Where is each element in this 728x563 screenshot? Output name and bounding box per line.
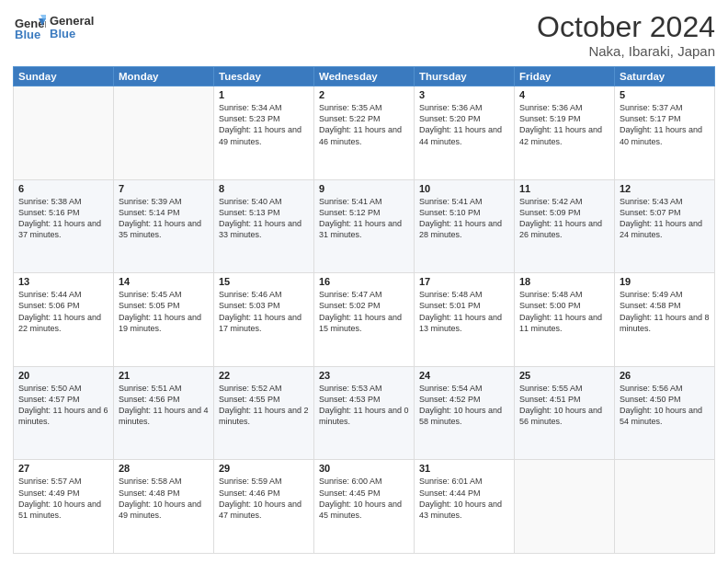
- logo: General Blue General Blue: [13, 11, 94, 44]
- cell-text: Sunrise: 5:54 AM Sunset: 4:52 PM Dayligh…: [419, 383, 509, 428]
- calendar-cell: 4Sunrise: 5:36 AM Sunset: 5:19 PM Daylig…: [515, 86, 615, 180]
- cell-text: Sunrise: 5:49 AM Sunset: 4:58 PM Dayligh…: [620, 289, 710, 334]
- calendar-cell: 10Sunrise: 5:41 AM Sunset: 5:10 PM Dayli…: [415, 179, 515, 273]
- day-number: 14: [119, 276, 209, 287]
- title-block: October 2024 Naka, Ibaraki, Japan: [537, 11, 715, 59]
- day-number: 27: [18, 463, 108, 474]
- day-number: 4: [519, 89, 609, 100]
- cell-text: Sunrise: 5:38 AM Sunset: 5:16 PM Dayligh…: [18, 196, 108, 241]
- calendar-cell: 12Sunrise: 5:43 AM Sunset: 5:07 PM Dayli…: [615, 179, 715, 273]
- day-number: 9: [319, 183, 409, 194]
- calendar-cell: 9Sunrise: 5:41 AM Sunset: 5:12 PM Daylig…: [314, 179, 415, 273]
- day-number: 25: [519, 370, 609, 381]
- day-number: 22: [219, 370, 309, 381]
- cell-text: Sunrise: 5:45 AM Sunset: 5:05 PM Dayligh…: [119, 289, 209, 334]
- cell-text: Sunrise: 5:48 AM Sunset: 5:01 PM Dayligh…: [419, 289, 509, 334]
- calendar-body: 1Sunrise: 5:34 AM Sunset: 5:23 PM Daylig…: [14, 86, 715, 554]
- calendar-cell: 20Sunrise: 5:50 AM Sunset: 4:57 PM Dayli…: [14, 366, 114, 460]
- cell-text: Sunrise: 5:57 AM Sunset: 4:49 PM Dayligh…: [18, 476, 108, 521]
- calendar-cell: 21Sunrise: 5:51 AM Sunset: 4:56 PM Dayli…: [114, 366, 214, 460]
- cell-text: Sunrise: 5:36 AM Sunset: 5:20 PM Dayligh…: [419, 102, 509, 147]
- day-number: 20: [18, 370, 108, 381]
- cell-text: Sunrise: 5:44 AM Sunset: 5:06 PM Dayligh…: [18, 289, 108, 334]
- calendar-cell: 5Sunrise: 5:37 AM Sunset: 5:17 PM Daylig…: [615, 86, 715, 180]
- calendar-cell: 22Sunrise: 5:52 AM Sunset: 4:55 PM Dayli…: [214, 366, 314, 460]
- calendar-cell: 1Sunrise: 5:34 AM Sunset: 5:23 PM Daylig…: [214, 86, 314, 180]
- calendar-row: 27Sunrise: 5:57 AM Sunset: 4:49 PM Dayli…: [14, 460, 715, 554]
- day-number: 3: [419, 89, 509, 100]
- cell-text: Sunrise: 6:00 AM Sunset: 4:45 PM Dayligh…: [319, 476, 409, 521]
- day-number: 13: [18, 276, 108, 287]
- cell-text: Sunrise: 5:41 AM Sunset: 5:10 PM Dayligh…: [419, 196, 509, 241]
- calendar-row: 1Sunrise: 5:34 AM Sunset: 5:23 PM Daylig…: [14, 86, 715, 180]
- cell-text: Sunrise: 5:36 AM Sunset: 5:19 PM Dayligh…: [519, 102, 609, 147]
- calendar-row: 6Sunrise: 5:38 AM Sunset: 5:16 PM Daylig…: [14, 179, 715, 273]
- day-number: 30: [319, 463, 409, 474]
- calendar-cell: 23Sunrise: 5:53 AM Sunset: 4:53 PM Dayli…: [314, 366, 415, 460]
- day-number: 10: [419, 183, 509, 194]
- cell-text: Sunrise: 5:53 AM Sunset: 4:53 PM Dayligh…: [319, 383, 409, 428]
- calendar-cell: 11Sunrise: 5:42 AM Sunset: 5:09 PM Dayli…: [515, 179, 615, 273]
- day-number: 1: [219, 89, 309, 100]
- day-number: 29: [219, 463, 309, 474]
- calendar-cell: 8Sunrise: 5:40 AM Sunset: 5:13 PM Daylig…: [214, 179, 314, 273]
- calendar-cell: 31Sunrise: 6:01 AM Sunset: 4:44 PM Dayli…: [415, 460, 515, 554]
- calendar-container: General Blue General Blue October 2024 N…: [0, 0, 728, 563]
- calendar-row: 13Sunrise: 5:44 AM Sunset: 5:06 PM Dayli…: [14, 273, 715, 367]
- cell-text: Sunrise: 5:35 AM Sunset: 5:22 PM Dayligh…: [319, 102, 409, 147]
- calendar-cell: 6Sunrise: 5:38 AM Sunset: 5:16 PM Daylig…: [14, 179, 114, 273]
- weekday-header-cell: Saturday: [615, 67, 715, 86]
- svg-text:Blue: Blue: [15, 28, 40, 41]
- calendar-cell: 28Sunrise: 5:58 AM Sunset: 4:48 PM Dayli…: [114, 460, 214, 554]
- cell-text: Sunrise: 5:47 AM Sunset: 5:02 PM Dayligh…: [319, 289, 409, 334]
- day-number: 18: [519, 276, 609, 287]
- calendar-cell: 17Sunrise: 5:48 AM Sunset: 5:01 PM Dayli…: [415, 273, 515, 367]
- cell-text: Sunrise: 5:52 AM Sunset: 4:55 PM Dayligh…: [219, 383, 309, 428]
- calendar-cell: 29Sunrise: 5:59 AM Sunset: 4:46 PM Dayli…: [214, 460, 314, 554]
- day-number: 15: [219, 276, 309, 287]
- calendar-cell: 14Sunrise: 5:45 AM Sunset: 5:05 PM Dayli…: [114, 273, 214, 367]
- logo-text-general: General: [50, 15, 94, 28]
- cell-text: Sunrise: 5:37 AM Sunset: 5:17 PM Dayligh…: [620, 102, 710, 147]
- calendar-cell: 16Sunrise: 5:47 AM Sunset: 5:02 PM Dayli…: [314, 273, 415, 367]
- cell-text: Sunrise: 5:46 AM Sunset: 5:03 PM Dayligh…: [219, 289, 309, 334]
- cell-text: Sunrise: 5:55 AM Sunset: 4:51 PM Dayligh…: [519, 383, 609, 428]
- weekday-header-cell: Sunday: [14, 67, 114, 86]
- cell-text: Sunrise: 6:01 AM Sunset: 4:44 PM Dayligh…: [419, 476, 509, 521]
- calendar-cell: 24Sunrise: 5:54 AM Sunset: 4:52 PM Dayli…: [415, 366, 515, 460]
- cell-text: Sunrise: 5:56 AM Sunset: 4:50 PM Dayligh…: [620, 383, 710, 428]
- cell-text: Sunrise: 5:51 AM Sunset: 4:56 PM Dayligh…: [119, 383, 209, 428]
- header: General Blue General Blue October 2024 N…: [13, 11, 715, 59]
- day-number: 16: [319, 276, 409, 287]
- day-number: 26: [620, 370, 710, 381]
- calendar-cell: 18Sunrise: 5:48 AM Sunset: 5:00 PM Dayli…: [515, 273, 615, 367]
- cell-text: Sunrise: 5:34 AM Sunset: 5:23 PM Dayligh…: [219, 102, 309, 147]
- day-number: 21: [119, 370, 209, 381]
- day-number: 2: [319, 89, 409, 100]
- weekday-header-row: SundayMondayTuesdayWednesdayThursdayFrid…: [14, 67, 715, 86]
- calendar-cell: 7Sunrise: 5:39 AM Sunset: 5:14 PM Daylig…: [114, 179, 214, 273]
- cell-text: Sunrise: 5:39 AM Sunset: 5:14 PM Dayligh…: [119, 196, 209, 241]
- weekday-header-cell: Monday: [114, 67, 214, 86]
- day-number: 23: [319, 370, 409, 381]
- logo-icon: General Blue: [13, 11, 46, 44]
- calendar-cell: 25Sunrise: 5:55 AM Sunset: 4:51 PM Dayli…: [515, 366, 615, 460]
- day-number: 6: [18, 183, 108, 194]
- calendar-cell: 15Sunrise: 5:46 AM Sunset: 5:03 PM Dayli…: [214, 273, 314, 367]
- calendar-cell: [615, 460, 715, 554]
- day-number: 11: [519, 183, 609, 194]
- cell-text: Sunrise: 5:40 AM Sunset: 5:13 PM Dayligh…: [219, 196, 309, 241]
- calendar-row: 20Sunrise: 5:50 AM Sunset: 4:57 PM Dayli…: [14, 366, 715, 460]
- weekday-header-cell: Friday: [515, 67, 615, 86]
- calendar-cell: 13Sunrise: 5:44 AM Sunset: 5:06 PM Dayli…: [14, 273, 114, 367]
- cell-text: Sunrise: 5:58 AM Sunset: 4:48 PM Dayligh…: [119, 476, 209, 521]
- calendar-table: SundayMondayTuesdayWednesdayThursdayFrid…: [13, 66, 715, 554]
- calendar-cell: [114, 86, 214, 180]
- day-number: 24: [419, 370, 509, 381]
- cell-text: Sunrise: 5:50 AM Sunset: 4:57 PM Dayligh…: [18, 383, 108, 428]
- day-number: 19: [620, 276, 710, 287]
- day-number: 31: [419, 463, 509, 474]
- calendar-cell: 19Sunrise: 5:49 AM Sunset: 4:58 PM Dayli…: [615, 273, 715, 367]
- day-number: 28: [119, 463, 209, 474]
- calendar-cell: [515, 460, 615, 554]
